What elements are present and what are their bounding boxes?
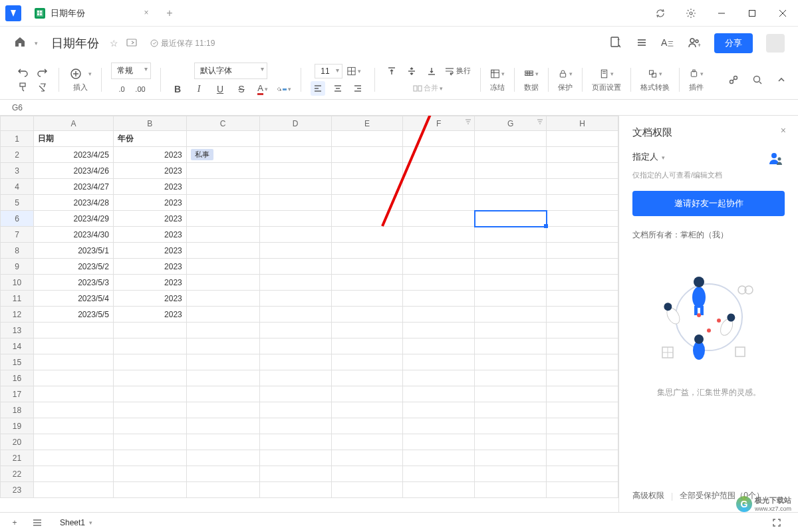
cell[interactable] [113,482,186,498]
cell[interactable] [186,179,259,195]
cell[interactable] [403,259,475,275]
row-header[interactable]: 14 [1,338,34,354]
cell[interactable]: 2023 [113,259,186,275]
cell[interactable] [475,275,547,291]
cell[interactable] [475,354,547,370]
cell[interactable]: 2023/5/4 [33,291,113,307]
cell[interactable]: 2023/4/28 [33,195,113,211]
filter-icon[interactable] [465,118,471,126]
cell[interactable] [331,402,403,418]
valign-bottom-button[interactable] [424,64,439,78]
home-icon[interactable] [13,35,29,51]
row-header[interactable]: 19 [1,418,34,434]
cell[interactable] [331,338,403,354]
cell[interactable] [475,434,547,450]
cell[interactable] [186,354,259,370]
format-painter-icon[interactable] [16,80,31,94]
cell[interactable] [259,275,331,291]
cell[interactable] [475,323,547,338]
page-setup-icon[interactable]: ▾ [599,66,614,81]
row-header[interactable]: 15 [1,354,34,370]
list-icon[interactable] [636,37,648,51]
row-header[interactable]: 9 [1,259,34,275]
cell[interactable] [475,338,547,354]
number-format-select[interactable]: 常规 [111,63,151,79]
cell[interactable] [33,370,113,386]
cell[interactable]: 年份 [113,131,186,147]
cell[interactable] [403,402,475,418]
cell[interactable] [186,482,259,498]
cell[interactable] [403,275,475,291]
font-size-select[interactable]: 11 [315,64,342,78]
advanced-permissions-link[interactable]: 高级权限 [632,490,664,501]
row-header[interactable]: 7 [1,227,34,243]
cell[interactable] [403,243,475,259]
cell[interactable] [331,259,403,275]
cell[interactable]: 2023 [113,307,186,323]
row-header[interactable]: 2 [1,147,34,163]
borders-button[interactable]: ▾ [346,64,361,78]
document-tab[interactable]: 日期年份 × [27,0,160,27]
cell[interactable] [547,370,618,386]
search-icon[interactable] [750,72,765,87]
cell[interactable] [259,323,331,338]
row-header[interactable]: 12 [1,307,34,323]
cell[interactable] [259,307,331,323]
row-header[interactable]: 20 [1,434,34,450]
cell[interactable] [475,418,547,434]
cell[interactable] [113,402,186,418]
column-header[interactable]: C [186,116,259,131]
cell[interactable] [186,323,259,338]
align-left-button[interactable] [311,81,325,96]
cell[interactable] [113,354,186,370]
cell[interactable] [547,131,618,147]
cell[interactable] [475,131,547,147]
cell[interactable] [475,466,547,482]
minimize-button[interactable] [706,0,737,27]
cell[interactable] [33,338,113,354]
cell[interactable] [33,434,113,450]
cell[interactable] [547,179,618,195]
cell[interactable] [259,466,331,482]
format-convert-icon[interactable]: ▾ [648,66,662,81]
cell[interactable] [475,402,547,418]
row-header[interactable]: 22 [1,466,34,482]
close-panel-icon[interactable]: × [781,125,786,136]
cell[interactable] [331,227,403,243]
cell[interactable] [113,370,186,386]
cell[interactable] [186,370,259,386]
cell[interactable] [186,211,259,227]
cell[interactable] [331,243,403,259]
cell[interactable] [259,195,331,211]
cell[interactable] [547,275,618,291]
cell[interactable] [403,434,475,450]
cell[interactable] [259,450,331,466]
cell[interactable] [259,434,331,450]
cell[interactable] [547,354,618,370]
cell[interactable] [547,323,618,338]
clear-format-icon[interactable] [35,80,49,94]
cell[interactable] [475,450,547,466]
cell[interactable] [547,307,618,323]
filter-icon[interactable] [537,118,543,126]
cell[interactable] [331,323,403,338]
cell[interactable] [331,147,403,163]
insert-icon[interactable] [68,66,83,81]
cell[interactable]: 2023 [113,227,186,243]
cell[interactable] [33,354,113,370]
cell[interactable] [259,163,331,179]
cell[interactable] [403,163,475,179]
cell[interactable]: 2023/4/27 [33,179,113,195]
cell[interactable] [475,307,547,323]
cell[interactable] [186,466,259,482]
merge-cells-button[interactable]: 合并▾ [413,81,443,96]
cell[interactable] [331,211,403,227]
row-header[interactable]: 5 [1,195,34,211]
cell[interactable] [475,195,547,211]
cell[interactable] [403,338,475,354]
cell[interactable] [475,227,547,243]
cell[interactable] [259,418,331,434]
cell[interactable]: 2023/4/26 [33,163,113,179]
cell[interactable] [475,370,547,386]
cell[interactable]: 2023 [113,243,186,259]
